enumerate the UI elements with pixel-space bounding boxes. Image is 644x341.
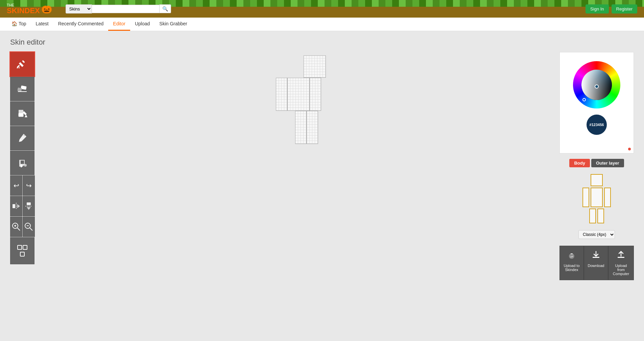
nav-item-editor[interactable]: Editor [108, 18, 130, 31]
upload-computer-svg-icon [616, 250, 626, 260]
skin-row-head [271, 55, 326, 78]
minimap-legs-row [589, 209, 604, 223]
logo-main: SKINDEX [7, 6, 40, 15]
layer-buttons: Body Outer layer [559, 159, 634, 167]
svg-rect-0 [22, 60, 25, 63]
skin-body-section[interactable] [287, 78, 310, 111]
logo-text: THE SKINDEX [7, 3, 40, 15]
classic-dropdown-wrapper: Classic (4px) Slim (3px) [559, 230, 634, 239]
skin-right-arm-section[interactable] [310, 78, 321, 111]
color-wheel[interactable] [573, 61, 620, 108]
home-icon: 🏠 [11, 21, 17, 26]
minimap-left-arm[interactable] [582, 188, 589, 207]
zoom-row [10, 217, 37, 237]
right-panel: #123456 Body Outer layer [559, 52, 634, 280]
grid-button[interactable] [10, 237, 34, 264]
svg-point-8 [19, 140, 21, 142]
nav-label-skin-grabber: Skin Grabber [159, 21, 187, 26]
nav-label-latest: Latest [36, 21, 49, 26]
dropper-tool-button[interactable] [10, 126, 34, 150]
redo-icon: ↪ [26, 181, 32, 190]
page-title: Skin editor [10, 38, 634, 47]
register-button[interactable]: Register [612, 4, 637, 14]
search-button[interactable]: 🔍 [160, 4, 171, 13]
logo: THE SKINDEX 🎃 [7, 3, 52, 15]
editor-wrapper: ↩ ↪ [10, 52, 634, 280]
skin-right-leg-section[interactable] [307, 111, 318, 144]
undo-button[interactable]: ↩ [10, 175, 22, 196]
grid-icon [17, 245, 28, 257]
mirror-row [10, 196, 37, 216]
upload-from-computer-button[interactable]: Upload from Computer [608, 246, 634, 280]
nav-item-latest[interactable]: Latest [31, 18, 53, 31]
minimap-right-arm[interactable] [604, 188, 611, 207]
search-type-dropdown[interactable]: Skins Players [66, 4, 92, 14]
download-icon [591, 250, 601, 262]
upload-skindex-svg-icon: UP [567, 250, 576, 260]
color-picker-box: #123456 [559, 52, 634, 153]
search-input[interactable] [92, 5, 160, 13]
nav-item-upload[interactable]: Upload [130, 18, 154, 31]
svg-rect-13 [27, 202, 31, 205]
zoom-in-button[interactable] [10, 217, 22, 237]
upload-skindex-label: Upload to Skindex [564, 264, 579, 272]
toolbar: ↩ ↪ [10, 52, 37, 280]
auth-buttons: Sign In Register [586, 4, 637, 14]
nav-label-top: Top [19, 21, 26, 26]
skin-left-arm-section[interactable] [276, 78, 287, 111]
eraser-tool-button[interactable] [10, 77, 34, 101]
svg-rect-11 [13, 204, 15, 208]
mirror-v-icon [25, 202, 32, 211]
nav-item-top[interactable]: 🏠 Top [7, 18, 31, 31]
color-preview-circle[interactable]: #123456 [587, 115, 607, 135]
header: THE SKINDEX 🎃 Skins Players 🔍 Sign In Re… [0, 0, 644, 18]
svg-rect-28 [593, 257, 599, 258]
logo-pumpkin-icon: 🎃 [41, 4, 52, 14]
svg-rect-23 [23, 245, 27, 249]
download-button[interactable]: Download [584, 246, 608, 280]
skin-row-legs [279, 111, 318, 144]
minimap-left-leg[interactable] [589, 209, 596, 223]
signin-button[interactable]: Sign In [586, 4, 609, 14]
skin-row-body [276, 78, 321, 111]
undo-redo-row: ↩ ↪ [10, 175, 37, 196]
skin-grid [271, 55, 326, 144]
outer-layer-button[interactable]: Outer layer [591, 159, 624, 167]
mirror-vertical-button[interactable] [23, 196, 35, 216]
svg-rect-4 [17, 88, 22, 92]
download-svg-icon [591, 250, 601, 260]
nav-bar: 🏠 Top Latest Recently Commented Editor U… [0, 18, 644, 31]
redo-button[interactable]: ↪ [23, 175, 35, 196]
skin-type-select[interactable]: Classic (4px) Slim (3px) [578, 230, 615, 239]
nav-item-skin-grabber[interactable]: Skin Grabber [154, 18, 192, 31]
skin-canvas-wrapper[interactable] [37, 52, 559, 280]
nav-label-recently-commented: Recently Commented [58, 21, 104, 26]
fill-eraser-icon [17, 108, 27, 119]
mirror-horizontal-button[interactable] [10, 196, 22, 216]
skin-left-leg-section[interactable] [295, 111, 307, 144]
color-saturation-box[interactable] [581, 70, 612, 100]
svg-rect-29 [618, 257, 624, 258]
svg-text:UP: UP [570, 255, 573, 258]
search-area: Skins Players 🔍 [66, 4, 171, 14]
upload-to-skindex-button[interactable]: UP Upload to Skindex [559, 246, 584, 280]
skin-canvas[interactable] [271, 55, 326, 144]
nav-item-recently-commented[interactable]: Recently Commented [53, 18, 109, 31]
minimap-body[interactable] [591, 188, 603, 207]
minimap-right-leg[interactable] [597, 209, 604, 223]
skin-minimap [559, 174, 634, 223]
dropper-icon [18, 133, 27, 143]
color-picker-dot[interactable] [595, 84, 599, 89]
zoom-out-button[interactable] [23, 217, 35, 237]
skin-head-section[interactable] [304, 55, 326, 78]
wheel-handle[interactable] [582, 98, 586, 101]
body-layer-button[interactable]: Body [569, 159, 590, 167]
svg-rect-7 [19, 113, 23, 117]
fill-bucket-button[interactable] [10, 151, 34, 175]
pencil-tool-button[interactable] [10, 52, 34, 76]
fill-eraser-tool-button[interactable] [10, 101, 34, 126]
minimap-head[interactable] [591, 174, 603, 186]
color-wheel-container[interactable] [573, 61, 620, 108]
svg-line-18 [17, 228, 20, 230]
upload-computer-icon [616, 250, 626, 262]
